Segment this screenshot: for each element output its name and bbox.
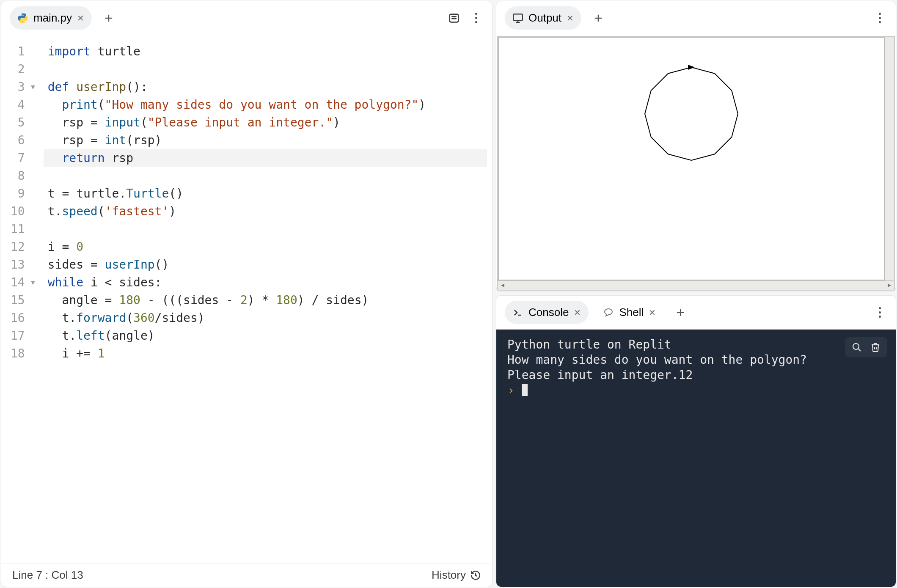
more-icon[interactable]: [468, 11, 484, 26]
file-tab-main[interactable]: main.py ✕: [10, 6, 92, 30]
line-gutter: 123▼4567891011121314▼15161718: [1, 35, 39, 563]
output-body: ◂▸: [497, 36, 895, 291]
monitor-icon: [512, 13, 523, 24]
output-tab-label: Output: [528, 11, 561, 25]
panel-icon[interactable]: [446, 11, 462, 26]
shell-tab-label: Shell: [619, 306, 644, 319]
svg-line-10: [858, 349, 861, 351]
python-icon: [17, 13, 28, 24]
prompt-icon: [512, 307, 523, 318]
trash-icon[interactable]: [869, 341, 881, 353]
console-line: Please input an integer.12: [507, 368, 885, 383]
console-tab[interactable]: Console ✕: [505, 301, 589, 324]
close-icon[interactable]: ✕: [567, 13, 574, 23]
more-icon[interactable]: [872, 11, 887, 26]
history-button[interactable]: History: [432, 569, 481, 582]
output-pane: Output ✕ + ◂▸: [496, 1, 896, 292]
console-line: Python turtle on Replit: [507, 337, 885, 352]
file-tab-label: main.py: [33, 11, 72, 25]
editor-statusbar: Line 7 : Col 13 History: [1, 563, 492, 587]
code-content[interactable]: import turtledef userInp(): print("How m…: [39, 35, 492, 563]
cursor-caret: [522, 384, 528, 396]
output-tab[interactable]: Output ✕: [505, 6, 581, 30]
add-tab-button[interactable]: +: [99, 7, 119, 29]
turtle-canvas[interactable]: [498, 37, 885, 280]
console-prompt-line[interactable]: ›: [507, 383, 885, 398]
editor-pane: main.py ✕ + 123▼4567891011121314▼1516171…: [1, 1, 493, 587]
svg-rect-3: [513, 14, 523, 20]
close-icon[interactable]: ✕: [77, 13, 84, 23]
svg-marker-7: [688, 65, 695, 70]
shell-icon: [603, 307, 614, 318]
console-tabbar: Console ✕ Shell ✕ +: [496, 296, 896, 330]
editor-tabbar: main.py ✕ +: [1, 1, 492, 35]
console-line: How many sides do you want on the polygo…: [507, 352, 885, 368]
cursor-position: Line 7 : Col 13: [12, 569, 83, 582]
add-tab-button[interactable]: +: [670, 302, 691, 323]
add-tab-button[interactable]: +: [588, 7, 608, 29]
shell-tab[interactable]: Shell ✕: [595, 301, 663, 324]
scrollbar-vertical[interactable]: [885, 37, 894, 280]
polygon-drawing: [636, 59, 746, 169]
code-editor[interactable]: 123▼4567891011121314▼15161718 import tur…: [1, 35, 492, 563]
close-icon[interactable]: ✕: [574, 308, 581, 318]
svg-marker-6: [645, 67, 738, 160]
more-icon[interactable]: [872, 305, 887, 320]
search-icon[interactable]: [851, 341, 863, 353]
console-tools: [845, 337, 887, 357]
svg-point-9: [853, 343, 859, 349]
output-tabbar: Output ✕ +: [496, 1, 896, 35]
console-output[interactable]: Python turtle on ReplitHow many sides do…: [496, 330, 896, 587]
console-pane: Console ✕ Shell ✕ +: [496, 295, 896, 587]
scrollbar-horizontal[interactable]: ◂▸: [498, 280, 894, 290]
console-tab-label: Console: [528, 306, 569, 319]
close-icon[interactable]: ✕: [649, 308, 656, 318]
